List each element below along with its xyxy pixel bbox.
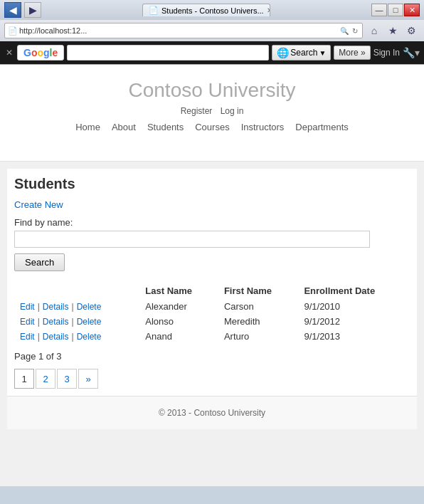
action-separator: | <box>38 317 40 327</box>
table-row: Edit|Details|DeleteAnandArturo9/1/2013 <box>14 329 410 344</box>
close-button[interactable]: ✕ <box>404 4 420 16</box>
table-row: Edit|Details|DeleteAlonsoMeredith9/1/201… <box>14 314 410 329</box>
favorites-button[interactable]: ★ <box>384 23 401 38</box>
table-header-row: Last Name First Name Enrollment Date <box>14 283 410 299</box>
site-footer: © 2013 - Contoso University <box>7 396 417 429</box>
window-chrome: ◀ ▶ 📄 Students - Contoso Univers... ✕ — … <box>0 0 424 65</box>
details-link[interactable]: Details <box>43 317 69 327</box>
page-heading: Students <box>14 176 410 192</box>
address-bar: 📄 http://localhost:12... 🔍 ↻ ⌂ ★ ⚙ <box>0 20 424 41</box>
nav-about[interactable]: About <box>112 122 136 132</box>
window-controls: — □ ✕ <box>371 4 420 16</box>
maximize-button[interactable]: □ <box>388 4 403 16</box>
url-text: http://localhost:12... <box>19 26 337 35</box>
title-bar: ◀ ▶ 📄 Students - Contoso Univers... ✕ — … <box>0 0 424 20</box>
pagination-page-3[interactable]: 3 <box>57 369 77 389</box>
google-toolbar: ✕ Google 🌐 Search ▼ More » Sign In 🔧▾ <box>0 41 424 64</box>
col-firstname: First Name <box>218 283 299 299</box>
edit-link[interactable]: Edit <box>20 317 35 327</box>
main-content: Students Create New Find by name: Search… <box>7 169 417 429</box>
search-button[interactable]: Search <box>14 253 65 271</box>
google-wrench-button[interactable]: 🔧▾ <box>403 47 420 58</box>
google-search-input[interactable] <box>67 45 269 61</box>
nav-home[interactable]: Home <box>75 122 100 132</box>
cell-lastname: Alonso <box>139 314 218 329</box>
url-refresh-icon[interactable]: ↻ <box>351 27 359 35</box>
tab-close-button[interactable]: ✕ <box>267 6 270 14</box>
nav-departments[interactable]: Departments <box>295 122 348 132</box>
search-input[interactable] <box>14 231 370 248</box>
pagination: 123» <box>14 369 410 389</box>
back-button[interactable]: ◀ <box>4 2 21 18</box>
tab-favicon: 📄 <box>149 6 159 15</box>
home-button[interactable]: ⌂ <box>366 23 383 38</box>
cell-firstname: Carson <box>218 299 299 314</box>
action-separator: | <box>38 332 40 342</box>
table-row: Edit|Details|DeleteAlexanderCarson9/1/20… <box>14 299 410 314</box>
auth-links: Register Log in <box>14 106 410 116</box>
minimize-button[interactable]: — <box>371 4 387 16</box>
nav-instructors[interactable]: Instructors <box>241 122 285 132</box>
action-separator: | <box>72 302 74 312</box>
site-title: Contoso University <box>14 79 410 102</box>
pagination-info: Page 1 of 3 <box>14 351 410 362</box>
google-search-button[interactable]: 🌐 Search ▼ <box>272 45 331 61</box>
cell-date: 9/1/2013 <box>298 329 410 344</box>
row-actions: Edit|Details|Delete <box>14 314 139 329</box>
page-content: Contoso University Register Log in Home … <box>0 65 424 486</box>
main-nav: Home About Students Courses Instructors … <box>14 122 410 132</box>
google-logo: Google <box>17 45 64 61</box>
row-actions: Edit|Details|Delete <box>14 329 139 344</box>
login-link[interactable]: Log in <box>221 106 244 116</box>
col-actions <box>14 283 139 299</box>
google-search-label: Search <box>290 48 317 58</box>
url-favicon: 📄 <box>8 26 18 36</box>
settings-button[interactable]: ⚙ <box>403 23 420 38</box>
register-link[interactable]: Register <box>181 106 213 116</box>
action-separator: | <box>38 302 40 312</box>
url-search-icon[interactable]: 🔍 <box>339 27 350 35</box>
col-lastname: Last Name <box>139 283 218 299</box>
delete-link[interactable]: Delete <box>77 317 102 327</box>
google-flag-icon: 🌐 <box>277 47 289 58</box>
row-actions: Edit|Details|Delete <box>14 299 139 314</box>
google-more-button[interactable]: More » <box>334 46 370 60</box>
cell-firstname: Arturo <box>218 329 299 344</box>
browser-tab[interactable]: 📄 Students - Contoso Univers... ✕ <box>142 4 270 16</box>
nav-courses[interactable]: Courses <box>195 122 229 132</box>
url-actions: 🔍 ↻ <box>339 27 359 35</box>
nav-students[interactable]: Students <box>147 122 184 132</box>
find-label: Find by name: <box>14 217 410 228</box>
pagination-next[interactable]: » <box>78 369 98 389</box>
google-signin-button[interactable]: Sign In <box>373 48 400 58</box>
details-link[interactable]: Details <box>43 332 69 342</box>
site-header: Contoso University Register Log in Home … <box>0 65 424 162</box>
edit-link[interactable]: Edit <box>20 332 35 342</box>
create-new-link[interactable]: Create New <box>14 199 63 210</box>
delete-link[interactable]: Delete <box>77 302 102 312</box>
cell-lastname: Alexander <box>139 299 218 314</box>
details-link[interactable]: Details <box>43 302 69 312</box>
delete-link[interactable]: Delete <box>77 332 102 342</box>
action-separator: | <box>72 317 74 327</box>
action-separator: | <box>72 332 74 342</box>
col-enrollment: Enrollment Date <box>298 283 410 299</box>
pagination-page-2[interactable]: 2 <box>36 369 55 389</box>
tab-title: Students - Contoso Univers... <box>161 6 264 15</box>
google-search-dropdown-icon: ▼ <box>319 49 326 57</box>
url-box[interactable]: 📄 http://localhost:12... 🔍 ↻ <box>4 23 363 38</box>
browser-toolbar-icons: ⌂ ★ ⚙ <box>366 23 420 38</box>
students-table: Last Name First Name Enrollment Date Edi… <box>14 283 410 344</box>
cell-date: 9/1/2010 <box>298 299 410 314</box>
forward-button[interactable]: ▶ <box>24 2 41 18</box>
edit-link[interactable]: Edit <box>20 302 35 312</box>
pagination-page-1[interactable]: 1 <box>14 369 34 389</box>
cell-date: 9/1/2012 <box>298 314 410 329</box>
cell-lastname: Anand <box>139 329 218 344</box>
google-toolbar-close[interactable]: ✕ <box>4 46 14 59</box>
cell-firstname: Meredith <box>218 314 299 329</box>
title-bar-left: ◀ ▶ <box>4 2 41 18</box>
